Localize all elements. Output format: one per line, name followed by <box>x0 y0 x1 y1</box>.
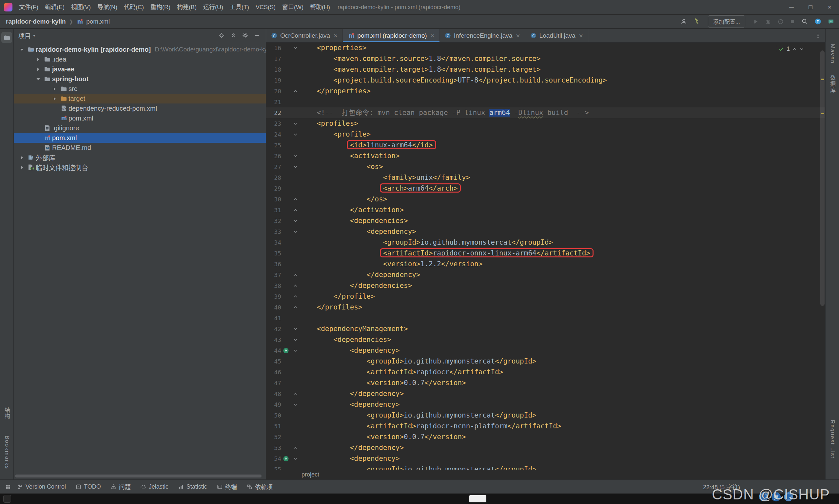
chevron-expanded-icon[interactable] <box>18 47 26 52</box>
database-tool-button[interactable]: 数据库 <box>828 75 836 93</box>
menu-item[interactable]: 重构(R) <box>147 0 174 14</box>
fold-end-icon[interactable] <box>291 389 300 399</box>
code-line[interactable]: 54 <dependency> <box>266 453 825 464</box>
close-tab-icon[interactable]: × <box>334 32 337 40</box>
maven-dependency-icon[interactable] <box>281 453 291 464</box>
collapse-all-icon[interactable] <box>230 32 236 38</box>
maven-tool-button[interactable]: Maven <box>829 44 836 64</box>
fold-collapse-icon[interactable] <box>291 345 300 356</box>
close-tab-icon[interactable]: × <box>579 32 583 40</box>
toolwindow-button[interactable]: Jelastic <box>141 483 169 490</box>
code-line[interactable]: 29 <arch>arm64</arch> <box>266 183 825 194</box>
tree-row[interactable]: 临时文件和控制台 <box>14 162 266 172</box>
code-line[interactable]: 46 <artifactId>rapidocr</artifactId> <box>266 367 825 378</box>
editor-tab[interactable]: mpom.xml (rapidocr-demo)× <box>343 29 440 42</box>
maven-dependency-icon[interactable] <box>281 345 291 356</box>
chevron-collapsed-icon[interactable] <box>51 86 59 92</box>
toolwindow-button[interactable]: 终端 <box>217 482 237 491</box>
fold-collapse-icon[interactable] <box>291 324 300 335</box>
warning-stripe-mark[interactable] <box>821 78 824 80</box>
code-line[interactable]: 38 </dependencies> <box>266 280 825 291</box>
fold-collapse-icon[interactable] <box>291 118 300 129</box>
horizontal-scrollbar[interactable] <box>15 474 262 478</box>
tree-row[interactable]: </>dependency-reduced-pom.xml <box>14 104 266 113</box>
code-line[interactable]: 43 <dependencies> <box>266 335 825 345</box>
code-line[interactable]: 26 <activation> <box>266 151 825 161</box>
toolwindow-button[interactable]: 问题 <box>111 482 131 491</box>
code-editor[interactable]: 16 <properties>17 <maven.compiler.source… <box>266 42 825 470</box>
taskbar-icon[interactable] <box>3 495 11 503</box>
more-tabs-icon[interactable] <box>811 29 825 42</box>
notifications-icon[interactable] <box>827 18 834 25</box>
code-line[interactable]: 50 <groupId>io.github.mymonstercat</grou… <box>266 410 825 421</box>
code-line[interactable]: 19 <project.build.sourceEncoding>UTF-8</… <box>266 75 825 86</box>
code-line[interactable]: 18 <maven.compiler.target>1.8</maven.com… <box>266 64 825 75</box>
code-line[interactable]: 24 <profile> <box>266 129 825 140</box>
fold-end-icon[interactable] <box>291 86 300 96</box>
minimize-button[interactable]: ─ <box>782 0 801 14</box>
fold-collapse-icon[interactable] <box>291 399 300 410</box>
fold-collapse-icon[interactable] <box>291 42 300 53</box>
code-line[interactable]: 37 </dependency> <box>266 270 825 280</box>
menu-item[interactable]: 窗口(W) <box>279 0 307 14</box>
tool-window-switcher-icon[interactable] <box>5 484 11 490</box>
menu-item[interactable]: 工具(T) <box>226 0 252 14</box>
code-line[interactable]: 25 <id>linux-arm64</id> <box>266 140 825 151</box>
editor-tab[interactable]: COcrController.java× <box>266 29 343 42</box>
user-icon[interactable] <box>680 18 687 25</box>
profiler-icon[interactable] <box>778 19 784 24</box>
tree-row[interactable]: 外部库 <box>14 152 266 162</box>
fold-collapse-icon[interactable] <box>291 151 300 161</box>
code-line[interactable]: 32 <dependencies> <box>266 215 825 226</box>
code-line[interactable]: 52 <version>0.0.7</version> <box>266 432 825 443</box>
code-line[interactable]: 21 <box>266 96 825 107</box>
chevron-expanded-icon[interactable] <box>34 76 42 82</box>
code-line[interactable]: 39 </profile> <box>266 291 825 302</box>
menu-item[interactable]: VCS(S) <box>252 0 279 14</box>
vertical-scrollbar[interactable] <box>820 50 825 306</box>
breadcrumb-project[interactable]: rapidocr-demo-kylin <box>6 18 66 25</box>
chevron-collapsed-icon[interactable] <box>34 67 42 72</box>
menu-item[interactable]: 帮助(H) <box>307 0 333 14</box>
code-line[interactable]: 45 <groupId>io.github.mymonstercat</grou… <box>266 356 825 367</box>
search-icon[interactable] <box>801 18 808 25</box>
breadcrumb-file[interactable]: pom.xml <box>86 18 110 25</box>
fold-end-icon[interactable] <box>291 443 300 453</box>
menu-item[interactable]: 视图(V) <box>68 0 94 14</box>
tree-row[interactable]: target <box>14 94 266 104</box>
request-list-tool-button[interactable]: Request List <box>829 420 836 459</box>
fold-collapse-icon[interactable] <box>291 129 300 140</box>
fold-collapse-icon[interactable] <box>291 215 300 226</box>
code-line[interactable]: 35 <artifactId>rapidocr-onnx-linux-arm64… <box>266 248 825 259</box>
tree-row[interactable]: MREADME.md <box>14 143 266 152</box>
toolwindow-button[interactable]: Statistic <box>178 483 207 490</box>
fold-collapse-icon[interactable] <box>291 161 300 172</box>
project-panel-title[interactable]: 项目 <box>18 31 31 40</box>
code-line[interactable]: 22 <!-- 打包命令: mvn clean package -P linux… <box>266 107 825 118</box>
editor-tab[interactable]: CInferenceEngine.java× <box>440 29 525 42</box>
code-line[interactable]: 36 <version>1.2.2</version> <box>266 259 825 270</box>
chevron-down-icon[interactable] <box>799 47 804 51</box>
fold-collapse-icon[interactable] <box>291 226 300 237</box>
menu-item[interactable]: 编辑(E) <box>41 0 68 14</box>
code-line[interactable]: 17 <maven.compiler.source>1.8</maven.com… <box>266 53 825 64</box>
code-line[interactable]: 16 <properties> <box>266 42 825 53</box>
fold-end-icon[interactable] <box>291 291 300 302</box>
locate-icon[interactable] <box>219 32 225 38</box>
project-tool-button[interactable] <box>1 32 12 43</box>
toolwindow-button[interactable]: 依赖项 <box>247 482 273 491</box>
code-line[interactable]: 41 <box>266 313 825 324</box>
code-line[interactable]: 23 <profiles> <box>266 118 825 129</box>
chevron-collapsed-icon[interactable] <box>34 57 42 62</box>
tree-row[interactable]: mpom.xml <box>14 133 266 143</box>
close-button[interactable]: × <box>820 0 839 14</box>
code-line[interactable]: 55 <groupId>io.github.mymonstercat</grou… <box>266 464 825 470</box>
code-line[interactable]: 49 <dependency> <box>266 399 825 410</box>
code-line[interactable]: 20 </properties> <box>266 86 825 96</box>
code-line[interactable]: 47 <version>0.0.7</version> <box>266 378 825 389</box>
debug-icon[interactable] <box>765 18 771 25</box>
warning-stripe-mark[interactable] <box>821 113 824 114</box>
hide-icon[interactable] <box>254 32 260 38</box>
chevron-collapsed-icon[interactable] <box>18 155 26 160</box>
code-line[interactable]: 40 </profiles> <box>266 302 825 313</box>
